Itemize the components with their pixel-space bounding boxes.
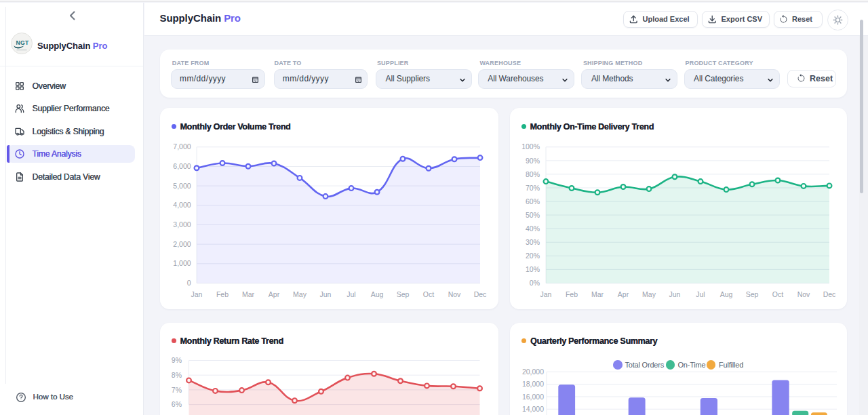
svg-text:20,000: 20,000 (522, 368, 544, 376)
svg-text:Aug: Aug (720, 290, 733, 298)
svg-text:1,000: 1,000 (173, 259, 191, 267)
svg-text:Feb: Feb (216, 290, 229, 298)
svg-text:3,000: 3,000 (173, 220, 191, 229)
svg-text:6%: 6% (172, 400, 182, 408)
svg-text:4,000: 4,000 (173, 201, 191, 209)
svg-text:30%: 30% (526, 237, 540, 245)
svg-text:Jun: Jun (320, 290, 332, 298)
svg-text:Jan: Jan (540, 290, 552, 298)
svg-text:0: 0 (187, 279, 191, 287)
svg-text:Feb: Feb (566, 290, 578, 298)
svg-text:Apr: Apr (269, 290, 280, 298)
svg-text:70%: 70% (526, 183, 540, 191)
svg-text:Aug: Aug (371, 290, 384, 298)
svg-text:Dec: Dec (474, 290, 487, 298)
svg-text:7%: 7% (172, 386, 182, 394)
svg-text:18,000: 18,000 (522, 380, 544, 388)
svg-text:Dec: Dec (823, 290, 836, 298)
svg-text:Sep: Sep (397, 290, 410, 298)
svg-text:Nov: Nov (797, 290, 810, 298)
svg-text:Sep: Sep (746, 290, 759, 298)
svg-text:10%: 10% (526, 265, 540, 273)
svg-text:NGT: NGT (16, 39, 28, 46)
svg-text:5,000: 5,000 (173, 181, 191, 189)
svg-text:2,000: 2,000 (173, 239, 191, 248)
svg-text:Jan: Jan (191, 290, 203, 298)
svg-text:90%: 90% (526, 156, 540, 164)
svg-text:40%: 40% (526, 224, 540, 232)
svg-text:0%: 0% (530, 279, 540, 287)
svg-text:Jul: Jul (696, 290, 705, 298)
svg-text:9%: 9% (172, 356, 182, 364)
svg-text:100%: 100% (521, 142, 540, 151)
svg-text:8%: 8% (172, 371, 182, 379)
svg-text:May: May (293, 290, 307, 298)
svg-text:Mar: Mar (591, 290, 604, 298)
svg-text:16,000: 16,000 (522, 393, 544, 401)
svg-text:Mar: Mar (242, 290, 255, 298)
svg-text:20%: 20% (526, 252, 540, 260)
svg-text:Nov: Nov (448, 290, 461, 298)
svg-text:Apr: Apr (618, 290, 629, 298)
svg-text:60%: 60% (526, 197, 540, 205)
svg-text:7,000: 7,000 (173, 142, 191, 151)
svg-text:Jul: Jul (347, 290, 355, 298)
svg-text:Jun: Jun (669, 290, 681, 298)
svg-text:80%: 80% (526, 170, 540, 178)
svg-text:May: May (642, 290, 656, 298)
svg-text:14,000: 14,000 (522, 405, 544, 413)
svg-text:50%: 50% (526, 210, 540, 218)
svg-text:Oct: Oct (423, 290, 434, 298)
svg-text:6,000: 6,000 (173, 162, 191, 170)
svg-text:Oct: Oct (772, 290, 783, 298)
